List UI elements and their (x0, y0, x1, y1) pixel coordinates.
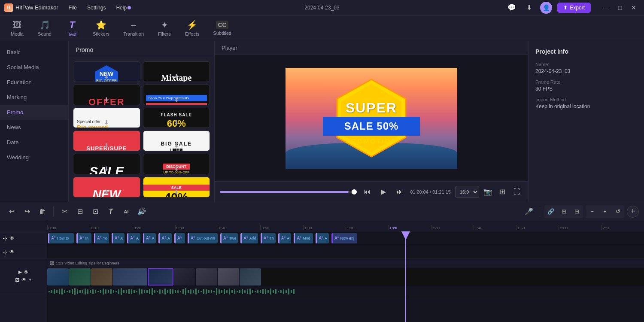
undo-button[interactable]: ↩ (5, 205, 18, 218)
clip-add[interactable]: A*Add (240, 233, 258, 243)
template-flash-sale[interactable]: FLASH SALE 60% LIMITED TIME OFF ⬇ (143, 108, 210, 128)
video-track-visibility-2[interactable]: 👁 (21, 277, 27, 283)
template-sale-italic[interactable]: SALE ⬇ (73, 154, 140, 174)
playhead[interactable] (405, 231, 406, 322)
menu-help[interactable]: Help (114, 4, 133, 12)
clip-how-to[interactable]: A*How to (48, 233, 74, 243)
add-text-button[interactable]: T (104, 205, 117, 218)
cut-button[interactable]: ✂ (58, 205, 71, 218)
sidebar-item-basic[interactable]: Basic (0, 45, 68, 60)
sidebar-item-date[interactable]: Date (0, 135, 68, 150)
sidebar-item-education[interactable]: Education (0, 75, 68, 90)
video-track-expand[interactable]: + (28, 277, 31, 283)
sidebar-item-marking[interactable]: Marking (0, 90, 68, 105)
template-super-supe[interactable]: SUPER/SUPE ⬇ (73, 131, 140, 151)
progress-bar[interactable] (220, 191, 357, 193)
toolbar-transition[interactable]: ↔ Transition (117, 18, 150, 39)
play-prev-button[interactable]: ⏮ (361, 186, 373, 198)
fullscreen-button[interactable]: ⛶ (511, 186, 523, 198)
split-button[interactable]: ⊞ (557, 205, 570, 218)
stickers-icon: ⭐ (96, 20, 106, 30)
maximize-button[interactable]: □ (614, 2, 626, 14)
clip-a1[interactable]: A*A (112, 233, 125, 243)
zoom-out-button[interactable]: − (586, 205, 598, 218)
play-pause-button[interactable]: ▶ (377, 186, 389, 198)
template-show-project[interactable]: Show Your Project Results Show Your Thou… (143, 85, 210, 105)
delete-button[interactable]: 🗑 (36, 205, 49, 218)
template-mixtape[interactable]: Mixtape ⬇ (143, 61, 210, 82)
clip-cut[interactable]: A*Cut out wh (188, 233, 218, 243)
media-icon-label: 🖼 (50, 261, 54, 265)
toolbar-text[interactable]: T Text (59, 17, 85, 39)
toolbar-subtitles[interactable]: CC Subtitles (207, 18, 237, 38)
template-special-offer[interactable]: Special offer Big reward ⬇ (73, 108, 140, 128)
crop-timeline-button[interactable]: ⊡ (89, 205, 102, 218)
close-button[interactable]: ✕ (628, 2, 640, 14)
toolbar-sound[interactable]: 🎵 Sound (32, 17, 58, 39)
toolbar-subtitles-label: Subtitles (213, 30, 231, 36)
sidebar-item-promo[interactable]: Promo (0, 105, 68, 120)
chat-icon[interactable]: 💬 (506, 2, 518, 14)
track-move-icon[interactable]: ⊹ (3, 235, 8, 242)
mic-button[interactable]: 🎤 (522, 205, 535, 218)
ai-button[interactable]: AI (120, 205, 133, 218)
add-track-button[interactable]: + (627, 206, 639, 218)
clip-a7[interactable]: A*A (316, 233, 329, 243)
detach-button[interactable]: ⊟ (570, 205, 583, 218)
zoom-reset-button[interactable]: ↺ (611, 205, 624, 218)
minimize-button[interactable]: ─ (600, 2, 612, 14)
clip-now[interactable]: A*Now enj (331, 233, 357, 243)
tick-8: 1:20 (388, 225, 431, 230)
aspect-ratio-select[interactable]: 16:9 9:16 1:1 4:3 (455, 186, 479, 198)
play-next-button[interactable]: ⏭ (394, 186, 406, 198)
video-track-visibility[interactable]: 👁 (24, 269, 29, 275)
screenshot-button[interactable]: 📷 (482, 186, 494, 198)
video-thumbnails-row (47, 267, 644, 286)
extract-button[interactable]: ⊟ (73, 205, 86, 218)
menu-file[interactable]: File (67, 4, 79, 12)
thumb-5 (148, 268, 173, 286)
clip-a2[interactable]: A*A (127, 233, 140, 243)
app-logo: H HitPaw Edimakor (4, 3, 58, 12)
template-discount[interactable]: DISCOUNT UP TO 50% OFF SUPER SALE ⬇ (143, 154, 210, 174)
name-value: 2024-04-23_03 (535, 68, 637, 74)
zoom-in-button[interactable]: + (598, 205, 611, 218)
menu-settings[interactable]: Settings (85, 4, 107, 12)
template-new-red[interactable]: NEW ⬇ (73, 177, 140, 197)
player-controls: ⏮ ▶ ⏭ 01:20:04 / 01:21:15 16:9 9:16 1:1 … (215, 181, 528, 202)
toolbar-filters[interactable]: ✦ Filters (152, 17, 177, 39)
template-sale-40[interactable]: SALE 40% ⬇ (143, 177, 210, 197)
user-avatar[interactable]: 👤 (540, 2, 552, 14)
template-new-big-offer[interactable]: NEW BIG OFFER ⬇ (73, 61, 140, 82)
toolbar-stickers[interactable]: ⭐ Stickers (87, 17, 115, 39)
toolbar-divider-1 (53, 207, 54, 217)
clip-a3[interactable]: A*A (143, 233, 156, 243)
sidebar-item-news[interactable]: News (0, 120, 68, 135)
clip-yo[interactable]: A*Yo (94, 233, 109, 243)
template-offer[interactable]: OFFER ⬇ (73, 85, 140, 105)
track-move-icon-2[interactable]: ⊹ (3, 249, 8, 255)
clip-mod[interactable]: A*Mod (294, 233, 313, 243)
redo-button[interactable]: ↪ (21, 205, 33, 218)
template-big-sale[interactable]: BIG SALE (143, 131, 210, 151)
clip-in[interactable]: A*In (76, 233, 91, 243)
sidebar-item-social-media[interactable]: Social Media (0, 60, 68, 75)
media-icon-track[interactable]: 🖼 (15, 277, 20, 283)
clip-twe[interactable]: A*Twe (220, 233, 238, 243)
download-icon[interactable]: ⬇ (523, 2, 535, 14)
track-visibility-icon[interactable]: 👁 (9, 235, 15, 241)
toolbar-media[interactable]: 🖼 Media (4, 18, 30, 39)
clip-a6[interactable]: A*A (278, 233, 292, 243)
clip-a5[interactable]: A* (174, 233, 185, 243)
link-button[interactable]: 🔗 (544, 205, 557, 218)
grid-button[interactable]: ⊞ (496, 186, 508, 198)
audio-extract-button[interactable]: 🔊 (135, 205, 148, 218)
download-icon-6: ⬇ (174, 119, 179, 126)
sidebar-item-wedding[interactable]: Wedding (0, 150, 68, 165)
track-visibility-icon-2[interactable]: 👁 (9, 249, 15, 255)
video-track-icon[interactable]: ▶ (18, 270, 22, 274)
clip-a4[interactable]: A*A (158, 233, 172, 243)
clip-th[interactable]: A*Th (261, 233, 276, 243)
export-button[interactable]: ⬆ Export (557, 3, 591, 13)
toolbar-effects[interactable]: ⚡ Effects (179, 17, 205, 39)
